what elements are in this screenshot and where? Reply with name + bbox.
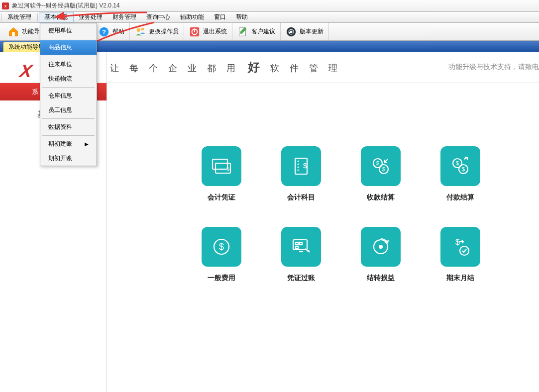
coin-icon: $ [210,235,233,259]
svg-rect-35 [300,242,302,245]
tb-feedback-label: 客户建议 [251,27,275,36]
dd-staff[interactable]: 员工信息 [40,103,97,117]
dd-express[interactable]: 快递物流 [40,72,97,86]
tile-month-end[interactable]: $ 期末月结 [431,227,490,283]
tile-post-label: 凭证过账 [287,274,315,283]
svg-text:$: $ [219,242,224,252]
voucher-icon: $ [210,154,233,178]
svg-text:$: $ [376,160,379,166]
dd-init-build[interactable]: 期初建账 ▶ [40,137,97,151]
tile-subject[interactable]: $ 会计科目 [271,146,331,202]
tb-update-label: 版本更新 [300,27,323,36]
tb-exit[interactable]: 退出系统 [184,23,232,40]
svg-point-21 [298,170,299,171]
tile-month-end-label: 期末月结 [446,274,474,283]
tile-receive[interactable]: $$ 收款结算 [351,146,411,202]
tb-update[interactable]: 版本更新 [281,23,329,40]
banner-text-b: 软 件 管 理 [270,63,341,73]
home-icon [8,26,19,37]
dd-separator [42,87,95,88]
update-icon [286,26,297,37]
dd-use-unit[interactable]: 使用单位 [40,23,97,38]
menu-window[interactable]: 窗口 [209,12,231,22]
tile-pay-label: 付款结算 [446,193,474,202]
menu-bar: 系统管理 基本信息 业务处理 财务管理 查询中心 辅助功能 窗口 帮助 [0,12,539,23]
menu-query[interactable]: 查询中心 [141,12,175,22]
app-icon: x [2,2,9,9]
dd-separator [42,39,95,39]
menu-separator [37,13,38,21]
svg-text:$: $ [462,166,465,172]
tile-receive-label: 收款结算 [367,193,395,202]
svg-text:$: $ [455,238,460,246]
coins-out-icon: $$ [448,154,472,178]
svg-rect-13 [213,159,227,169]
chevron-right-icon: ▶ [85,141,89,147]
svg-text:?: ? [102,28,106,35]
screen-icon [289,235,313,259]
svg-rect-0 [12,32,15,35]
banner: 让 每 个 企 业 都 用 好 软 件 管 理 功能升级与技术支持，请致电 [107,52,539,83]
window-title: 象过河软件--财务经典版(试用版) V2.0.14 [12,1,120,10]
coins-in-icon: $$ [369,154,393,178]
svg-rect-34 [296,242,298,245]
dd-init-open[interactable]: 期初开账 [40,151,97,166]
svg-point-5 [137,28,140,31]
svg-point-19 [298,164,299,165]
tile-subject-label: 会计科目 [287,193,315,202]
tb-switch-user-label: 更换操作员 [149,27,179,36]
tile-post[interactable]: 凭证过账 [271,227,331,283]
month-end-icon: $ [448,235,472,259]
tile-expense[interactable]: $ 一般费用 [192,227,251,283]
svg-point-6 [141,27,144,30]
tb-help[interactable]: ? 帮助 [94,23,130,40]
sidebar-red-label: 系 [32,88,38,97]
dd-separator [42,135,95,136]
help-icon: ? [99,26,109,37]
menu-basic-info[interactable]: 基本信息 [39,12,74,22]
tile-carry-label: 结转损益 [367,274,395,283]
tb-switch-user[interactable]: 更换操作员 [130,23,184,40]
svg-text:$: $ [456,160,459,166]
tile-carry[interactable]: 结转损益 [351,227,411,283]
svg-point-20 [298,167,299,168]
main-panel: 让 每 个 企 业 都 用 好 软 件 管 理 功能升级与技术支持，请致电 $ … [107,52,539,392]
title-bar: x 象过河软件--财务经典版(试用版) V2.0.14 [0,0,539,12]
dd-data[interactable]: 数据资料 [40,120,97,134]
dd-product-info[interactable]: 商品信息 [40,40,97,55]
dd-partner-unit[interactable]: 往来单位 [40,57,97,72]
tb-feedback[interactable]: 客户建议 [232,23,281,40]
dd-init-build-label: 期初建账 [48,140,72,148]
tile-grid: $ 会计凭证 $ 会计科目 $$ 收款结算 $$ 付款结算 $ 一般费用 凭证过… [192,146,490,283]
menu-finance[interactable]: 财务管理 [108,12,141,22]
menu-separator [1,13,1,21]
note-icon [237,26,248,37]
svg-text:$: $ [303,162,307,170]
tile-voucher[interactable]: $ 会计凭证 [192,146,251,202]
power-icon [189,26,200,37]
book-icon: $ [289,154,313,178]
menu-system[interactable]: 系统管理 [2,12,36,22]
tb-help-label: 帮助 [112,27,124,36]
menu-business[interactable]: 业务处理 [74,12,108,22]
menu-aux[interactable]: 辅助功能 [175,12,209,22]
cycle-icon [369,235,393,259]
dd-warehouse[interactable]: 仓库信息 [40,89,97,103]
banner-right: 功能升级与技术支持，请致电 [448,63,539,72]
dd-separator [42,56,95,56]
banner-text-a: 让 每 个 企 业 都 用 [110,63,239,73]
banner-text: 让 每 个 企 业 都 用 好 软 件 管 理 [110,59,341,75]
svg-rect-36 [296,246,298,249]
svg-point-18 [298,161,299,162]
menu-help[interactable]: 帮助 [231,12,253,22]
svg-text:$: $ [382,166,385,172]
tile-expense-label: 一般费用 [208,274,235,283]
tile-voucher-label: 会计凭证 [208,193,235,202]
svg-point-41 [460,246,469,255]
logo-icon: X [18,61,33,82]
dd-separator [42,118,95,119]
tb-exit-label: 退出系统 [203,27,227,36]
svg-point-39 [379,245,383,249]
user-swap-icon [135,26,146,37]
tile-pay[interactable]: $$ 付款结算 [431,146,490,202]
